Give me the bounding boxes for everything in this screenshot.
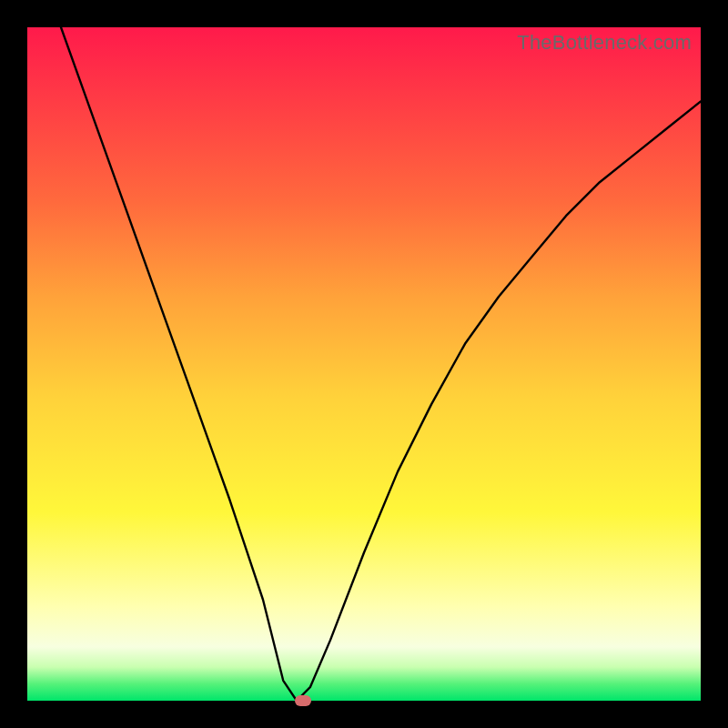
chart-frame: TheBottleneck.com bbox=[0, 0, 728, 728]
brand-watermark: TheBottleneck.com bbox=[517, 31, 692, 55]
plot-area: TheBottleneck.com bbox=[27, 27, 701, 701]
optimal-point-marker bbox=[295, 695, 311, 706]
bottleneck-curve bbox=[27, 27, 701, 701]
